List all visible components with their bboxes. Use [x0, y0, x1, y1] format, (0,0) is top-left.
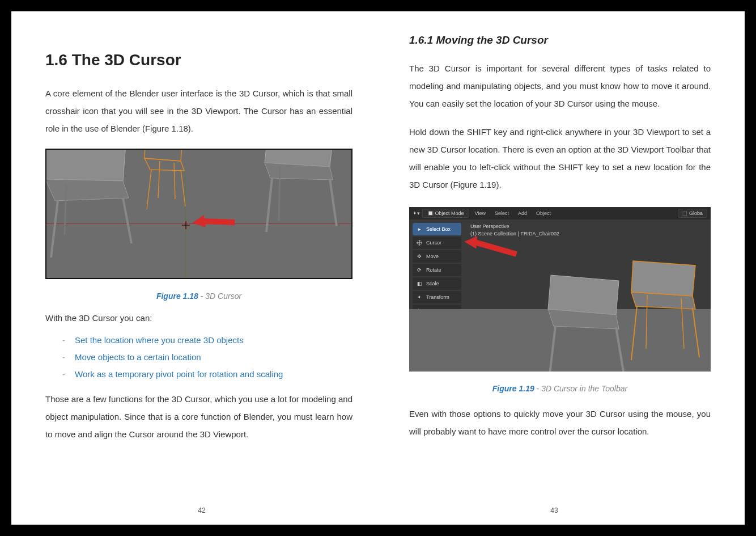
tool-select-box: ▸ Select Box — [413, 223, 461, 235]
svg-line-8 — [181, 170, 185, 206]
chair-object-selected — [619, 261, 710, 372]
tool-rotate: ⟳ Rotate — [413, 264, 461, 276]
svg-line-28 — [631, 306, 637, 360]
list-intro: With the 3D Cursor you can: — [45, 313, 352, 323]
viewport-info-overlay: User Perspective (1) Scene Collection | … — [470, 223, 559, 237]
tool-cursor: Cursor — [413, 237, 461, 249]
perspective-label: User Perspective — [470, 223, 559, 230]
svg-line-15 — [279, 167, 280, 221]
tool-move: ✥ Move — [413, 250, 461, 263]
3d-cursor-icon — [182, 221, 190, 229]
svg-line-24 — [550, 326, 555, 372]
mode-selector: 🔲 Object Mode — [422, 209, 469, 218]
figure-number: Figure 1.19 — [492, 384, 534, 393]
paragraph: Even with those options to quickly move … — [409, 406, 711, 441]
cursor-capabilities-list: Set the location where you create 3D obj… — [62, 332, 352, 383]
svg-marker-22 — [548, 275, 619, 315]
collection-label: (1) Scene Collection | FRIDA_Chair002 — [470, 230, 559, 238]
svg-line-29 — [693, 308, 699, 357]
paragraph: The 3D Cursor is important for several d… — [409, 60, 711, 112]
svg-line-2 — [51, 201, 58, 258]
figure-title: - 3D Cursor — [198, 292, 241, 301]
tool-transform: ✦ Transform — [413, 291, 461, 303]
figure-1-18 — [45, 149, 352, 279]
paragraph: Hold down the SHIFT key and right-click … — [409, 124, 711, 193]
section-heading: 1.6 The 3D Cursor — [45, 51, 352, 69]
tool-scale: ◧ Scale — [413, 277, 461, 290]
svg-marker-5 — [145, 149, 182, 161]
svg-line-3 — [123, 198, 131, 243]
svg-line-10 — [174, 163, 175, 199]
editor-type-icon: ✦▾ — [413, 210, 420, 216]
chair-object-selected — [134, 149, 197, 226]
menu-object: Object — [533, 209, 554, 217]
select-box-icon: ▸ — [415, 223, 424, 235]
svg-marker-6 — [145, 158, 184, 171]
intro-paragraph: A core element of the Blender user inter… — [45, 85, 352, 137]
page-43: 1.6.1 Moving the 3D Cursor The 3D Cursor… — [378, 34, 730, 513]
chair-object — [239, 149, 341, 249]
page-number: 42 — [26, 507, 378, 514]
cursor-tool-icon — [415, 237, 424, 249]
move-icon: ✥ — [415, 250, 424, 263]
menu-select: Select — [491, 209, 512, 217]
figure-1-19: ✦▾ 🔲 Object Mode View Select Add Object … — [409, 207, 711, 372]
list-item: Work as a temporary pivot point for rota… — [62, 366, 352, 383]
figure-caption: Figure 1.18 - 3D Cursor — [45, 292, 352, 301]
svg-line-13 — [266, 178, 272, 232]
svg-marker-26 — [631, 261, 695, 296]
svg-line-14 — [330, 179, 337, 226]
outro-paragraph: Those are a few functions for the 3D Cur… — [45, 391, 352, 443]
figure-caption: Figure 1.19 - 3D Cursor in the Toolbar — [409, 384, 711, 393]
figure-title: - 3D Cursor in the Toolbar — [534, 384, 627, 393]
svg-line-9 — [158, 161, 160, 198]
orientation-selector: ⬚ Globa — [678, 209, 707, 218]
page-number: 43 — [378, 507, 730, 514]
svg-marker-0 — [45, 149, 126, 181]
page-42: 1.6 The 3D Cursor A core element of the … — [26, 34, 378, 513]
scale-icon: ◧ — [415, 277, 424, 290]
svg-line-7 — [147, 170, 151, 209]
chair-object — [45, 149, 148, 269]
book-spread: 1.6 The 3D Cursor A core element of the … — [11, 11, 745, 525]
rotate-icon: ⟳ — [415, 264, 424, 276]
menu-view: View — [472, 209, 489, 217]
list-item: Set the location where you create 3D obj… — [62, 332, 352, 349]
transform-icon: ✦ — [415, 291, 424, 303]
menu-add: Add — [515, 209, 530, 217]
viewport-header: ✦▾ 🔲 Object Mode View Select Add Object … — [409, 207, 711, 220]
list-item: Move objects to a certain location — [62, 349, 352, 366]
svg-marker-1 — [45, 179, 129, 201]
subsection-heading: 1.6.1 Moving the 3D Cursor — [409, 34, 711, 47]
figure-number: Figure 1.18 — [156, 292, 198, 301]
